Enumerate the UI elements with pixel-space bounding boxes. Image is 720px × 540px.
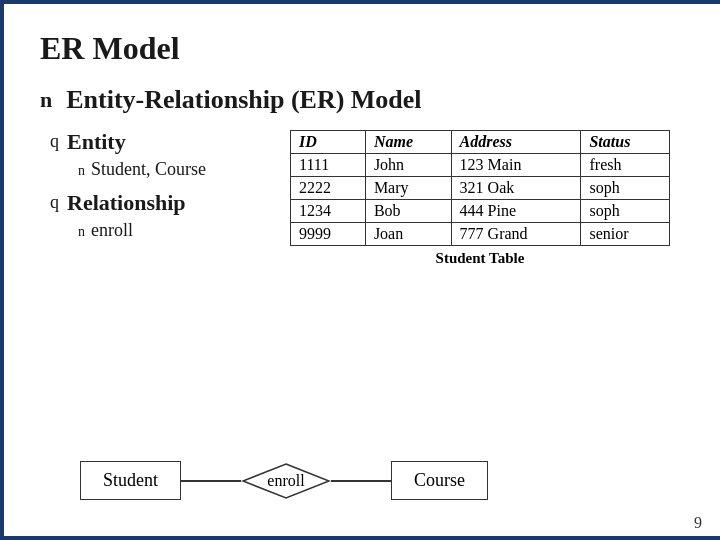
- table-cell: soph: [581, 200, 670, 223]
- table-cell: Mary: [365, 177, 451, 200]
- table-cell: 1111: [291, 154, 366, 177]
- col-address: Address: [451, 131, 581, 154]
- bottom-border: [0, 536, 720, 540]
- student-table: ID Name Address Status 1111John123 Mainf…: [290, 130, 670, 246]
- table-cell: 9999: [291, 223, 366, 246]
- table-cell: 444 Pine: [451, 200, 581, 223]
- table-cell: fresh: [581, 154, 670, 177]
- table-row: 1111John123 Mainfresh: [291, 154, 670, 177]
- table-cell: 2222: [291, 177, 366, 200]
- table-cell: 123 Main: [451, 154, 581, 177]
- n-icon-relationship: n: [78, 224, 85, 240]
- table-cell: 1234: [291, 200, 366, 223]
- col-name: Name: [365, 131, 451, 154]
- entity-example: Student, Course: [91, 159, 206, 180]
- entity-example-bullet: n Student, Course: [78, 159, 320, 180]
- er-line-left: [181, 480, 241, 482]
- bullet-n: n: [40, 87, 52, 113]
- top-border: [0, 0, 720, 4]
- er-course-box: Course: [391, 461, 488, 500]
- col-status: Status: [581, 131, 670, 154]
- er-student-box: Student: [80, 461, 181, 500]
- table-cell: John: [365, 154, 451, 177]
- er-enroll-label: enroll: [267, 472, 304, 490]
- entity-bullet: q Entity: [50, 129, 320, 155]
- relationship-example: enroll: [91, 220, 133, 241]
- q-icon-entity: q: [50, 131, 59, 152]
- er-diagram: Student enroll Course: [20, 461, 700, 500]
- table-cell: Bob: [365, 200, 451, 223]
- left-border: [0, 0, 4, 540]
- page-number: 9: [694, 514, 702, 532]
- table-area: ID Name Address Status 1111John123 Mainf…: [290, 130, 670, 267]
- table-header-row: ID Name Address Status: [291, 131, 670, 154]
- table-cell: senior: [581, 223, 670, 246]
- table-row: 9999Joan777 Grandsenior: [291, 223, 670, 246]
- er-diamond: enroll: [241, 462, 331, 500]
- relationship-label: Relationship: [67, 190, 186, 216]
- main-heading: n Entity-Relationship (ER) Model: [40, 85, 690, 115]
- er-line-right: [331, 480, 391, 482]
- table-row: 1234Bob444 Pinesoph: [291, 200, 670, 223]
- col-id: ID: [291, 131, 366, 154]
- table-row: 2222Mary321 Oaksoph: [291, 177, 670, 200]
- n-icon-entity: n: [78, 163, 85, 179]
- q-icon-relationship: q: [50, 192, 59, 213]
- slide-title: ER Model: [40, 30, 690, 67]
- relationship-example-bullet: n enroll: [78, 220, 320, 241]
- main-heading-text: Entity-Relationship (ER) Model: [66, 85, 421, 115]
- table-cell: 321 Oak: [451, 177, 581, 200]
- entity-label: Entity: [67, 129, 126, 155]
- slide: ER Model n Entity-Relationship (ER) Mode…: [0, 0, 720, 540]
- relationship-bullet: q Relationship: [50, 190, 320, 216]
- table-cell: 777 Grand: [451, 223, 581, 246]
- table-cell: Joan: [365, 223, 451, 246]
- left-section: q Entity n Student, Course q Relationshi…: [50, 129, 320, 251]
- table-cell: soph: [581, 177, 670, 200]
- table-caption: Student Table: [290, 250, 670, 267]
